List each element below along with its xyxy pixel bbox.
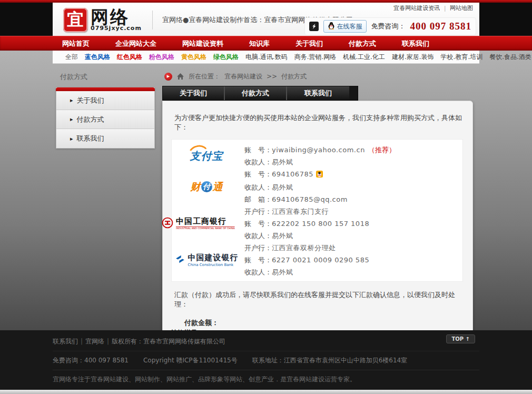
up-arrow-icon: ↑ — [466, 336, 470, 342]
tab-about[interactable]: 关于我们 — [163, 86, 225, 100]
subnav-item-all[interactable]: 全部 — [65, 53, 78, 62]
nav-item-materials[interactable]: 网站建设资料 — [182, 36, 223, 51]
tenpay-logo: 财付通 — [191, 180, 223, 194]
breadcrumb-prefix: 所在位置： — [189, 72, 220, 81]
nav-item-home[interactable]: 网站首页 — [62, 36, 90, 51]
subnav-item-business[interactable]: 商务.营销.网络 — [294, 53, 337, 62]
payment-row-tenpay: 财付通 账 号：694106785 收款人：易外斌 — [172, 168, 462, 205]
breadcrumb-separator: >> — [267, 73, 277, 80]
payment-line: 开户行：江西宜春东门支行 — [244, 205, 462, 218]
sidebar-item-payment[interactable]: ▸ 付款方式 — [56, 110, 154, 129]
payment-line: 账 号：6227 0021 0009 0290 585 — [244, 254, 462, 266]
qq-service-label: 在线客服 — [337, 22, 362, 31]
content-panel: 为方便客户更加快捷方便的购买使用本站的企业网站服务，我们支持多种常用购买方式，具… — [162, 101, 473, 330]
subnav-item-blue[interactable]: 蓝色风格 — [85, 53, 110, 62]
logo[interactable]: 网络 0795jxyc.com — [91, 9, 142, 32]
footer: 联系我们|宜网络|版权所有：宜春市宜网网络传媒有限公司 TOP ↑ 免费咨询：4… — [0, 330, 532, 394]
payment-line: 收款人：易外斌 — [244, 266, 462, 278]
sidebar-title: 付款方式 — [60, 72, 155, 82]
payment-row-alipay: 支付宝 账 号：yiwaibing@yahoo.com.cn（推荐） 收款人：易… — [172, 144, 462, 168]
bottom-light-strip — [0, 390, 532, 394]
page: 宜春网站建设资讯｜网站地图 宜 网络 0795jxyc.com 宜网络●宜春网站… — [0, 0, 532, 394]
subnav-item-pink[interactable]: 粉色风格 — [149, 53, 174, 62]
hotline-label: 免费咨询： — [371, 22, 406, 31]
subnav-item-digital[interactable]: 电脑.通讯.数码 — [245, 53, 288, 62]
icbc-logo-icon — [162, 217, 173, 231]
footer-contact-link[interactable]: 联系我们 — [53, 338, 78, 345]
footer-hotline: 免费咨询：400 097 8581 — [53, 356, 129, 365]
tab-contact[interactable]: 联系我们 — [287, 86, 349, 100]
back-to-top-button[interactable]: TOP ↑ — [446, 334, 475, 343]
header: 宜春网站建设资讯｜网站地图 宜 网络 0795jxyc.com 宜网络●宜春网站… — [0, 3, 532, 36]
breadcrumb: ▶ 所在位置： 宜春网站建设 >> 付款方式 — [164, 71, 476, 82]
sidebar-red-bar — [56, 87, 155, 91]
main-nav: 网站首页 企业网站大全 网站建设资料 知识库 关于我们 付款方式 联系我们 — [0, 36, 532, 51]
main-column: ▶ 所在位置： 宜春网站建设 >> 付款方式 关于我们 付款方式 联系我们 — [162, 70, 476, 330]
subnav-item-education[interactable]: 学校.教育.培训 — [441, 53, 483, 62]
nav-item-knowledge[interactable]: 知识库 — [249, 36, 270, 51]
breadcrumb-site-link[interactable]: 宜春网站建设 — [224, 72, 262, 81]
sidebar-item-contact[interactable]: ▸ 联系我们 — [56, 129, 154, 148]
home-icon[interactable] — [176, 73, 184, 80]
main-zone: 全部 蓝色风格 红色风格 粉色风格 黄色风格 绿色风格 电脑.通讯.数码 商务.… — [0, 51, 532, 330]
payment-row-ccb: 中国建设银行 China Construction Bank 开户行：江西宜春双… — [172, 242, 462, 278]
subnav-item-green[interactable]: 绿色风格 — [213, 53, 239, 62]
qq-contact-icon[interactable] — [316, 169, 323, 181]
payment-line: 账 号：yiwaibing@yahoo.com.cn（推荐） — [244, 144, 462, 156]
sidebar-menu: ▸ 关于我们 ▸ 付款方式 ▸ 联系我们 — [56, 87, 155, 149]
nav-item-about[interactable]: 关于我们 — [295, 36, 323, 51]
top-links: 宜春网站建设资讯｜网站地图 — [393, 4, 473, 12]
nav-item-payment[interactable]: 付款方式 — [349, 36, 376, 51]
arrow-icon: ▸ — [70, 97, 73, 104]
payment-table: 支付宝 账 号：yiwaibing@yahoo.com.cn（推荐） 收款人：易… — [171, 139, 463, 282]
sidebar-item-about[interactable]: ▸ 关于我们 — [56, 91, 154, 110]
footer-slogan: 宜网络专注于宜春网站建设、网站制作、网站推广、品牌形象等网站、创意产业．是宜春网… — [53, 376, 356, 383]
subnav-item-food[interactable]: 餐饮.食品.酒类 — [489, 53, 531, 62]
alipay-logo: 支付宝 — [190, 149, 223, 163]
payment-line: 邮 箱：694106785@qq.com — [244, 193, 462, 205]
payment-line: 收款人：易外斌 — [244, 156, 462, 168]
wangwang-icon[interactable] — [309, 22, 319, 31]
footer-row-slogan: 宜网络专注于宜春网站建设、网站制作、网站推广、品牌形象等网站、创意产业．是宜春网… — [53, 370, 479, 389]
hotline-number: 400 097 8581 — [410, 21, 472, 32]
breadcrumb-bullet-icon: ▶ — [164, 73, 172, 81]
payment-row-icbc: 中国工商银行 INDUSTRIAL AND COMMERCIAL BANK OF… — [172, 205, 462, 242]
ccb-logo-icon — [175, 254, 185, 267]
breadcrumb-current: 付款方式 — [281, 72, 307, 81]
news-link[interactable]: 宜春网站建设资讯 — [393, 5, 440, 12]
qq-service-button[interactable]: 在线客服 — [323, 20, 367, 33]
subnav-item-yellow[interactable]: 黄色风格 — [181, 53, 206, 62]
arrow-icon: ▸ — [70, 135, 73, 142]
footer-row-info: 免费咨询：400 097 8581 Copyright 赣ICP备1100141… — [53, 351, 479, 370]
subnav: 全部 蓝色风格 红色风格 粉色风格 黄色风格 绿色风格 电脑.通讯.数码 商务.… — [53, 51, 479, 64]
arrow-icon: ▸ — [70, 116, 73, 123]
footer-site-link[interactable]: 宜网络 — [85, 338, 104, 345]
logo-name: 网络 — [91, 9, 142, 25]
footer-row-copyright: 联系我们|宜网络|版权所有：宜春市宜网网络传媒有限公司 TOP ↑ — [53, 330, 479, 351]
qq-penguin-icon — [328, 22, 335, 31]
subnav-item-industry[interactable]: 机械.工业.化工 — [343, 53, 385, 62]
header-box: 宜春网站建设资讯｜网站地图 宜 网络 0795jxyc.com 宜网络●宜春网站… — [53, 3, 479, 36]
payment-line: 账 号：622202 150 800 157 1018 — [244, 218, 462, 230]
icbc-logo: 中国工商银行 INDUSTRIAL AND COMMERCIAL BANK OF… — [162, 216, 251, 231]
payment-line: 开户行：江西宜春双桥分理处 — [244, 242, 462, 254]
nav-item-contact[interactable]: 联系我们 — [402, 36, 429, 51]
sidebar-item-label: 联系我们 — [77, 134, 104, 143]
sidebar: 付款方式 ▸ 关于我们 ▸ 付款方式 ▸ 联系我们 — [56, 70, 155, 330]
intro-text: 为方便客户更加快捷方便的购买使用本站的企业网站服务，我们支持多种常用购买方式，具… — [163, 101, 472, 139]
top-links-divider: ｜ — [442, 5, 448, 12]
ccb-logo: 中国建设银行 China Construction Bank — [175, 253, 239, 267]
remittance-note: 汇款（付款）成功后，请尽快联系我们的在线客服并提交以下汇款确认信息，以便我们及时… — [163, 286, 472, 309]
nav-item-sites[interactable]: 企业网站大全 — [115, 36, 156, 51]
sitemap-link[interactable]: 网站地图 — [450, 5, 473, 12]
logo-seal[interactable]: 宜 — [63, 8, 87, 32]
subnav-item-red[interactable]: 红色风格 — [117, 53, 142, 62]
payment-line: 账 号：694106785 — [244, 168, 462, 181]
footer-divider: | — [81, 338, 83, 345]
payment-line: 收款人：易外斌 — [244, 181, 462, 193]
tab-payment[interactable]: 付款方式 — [225, 86, 287, 100]
footer-divider: | — [107, 338, 109, 345]
footer-copyright: 版权所有：宜春市宜网网络传媒有限公司 — [112, 338, 225, 345]
subnav-item-building[interactable]: 建材.家居.装饰 — [392, 53, 434, 62]
contact-group: 在线客服 免费咨询： 400 097 8581 — [304, 17, 477, 35]
